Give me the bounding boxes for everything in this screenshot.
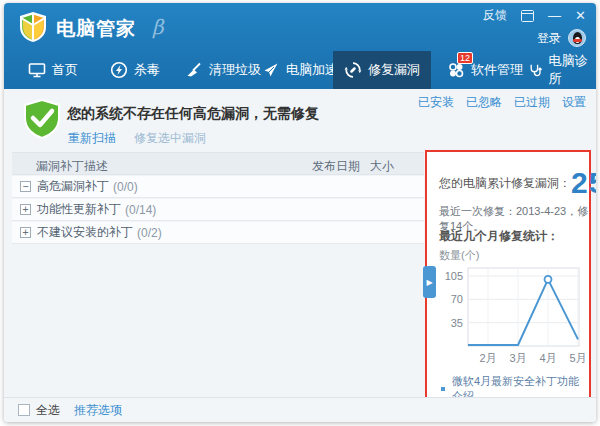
row-label: 高危漏洞补丁 xyxy=(37,178,109,195)
tab-fix-vulnerabilities[interactable]: 修复漏洞 xyxy=(333,51,431,89)
x-tick-label: 5月 xyxy=(569,352,586,364)
app-logo-shield-icon xyxy=(18,11,48,43)
total-repaired-label: 您的电脑累计修复漏洞： xyxy=(439,176,571,190)
table-row-critical-patches[interactable]: − 高危漏洞补丁 (0/0) xyxy=(12,176,424,198)
broom-icon xyxy=(185,61,203,79)
antivirus-bolt-icon xyxy=(110,61,128,79)
stats-title: 最近几个月修复统计： xyxy=(439,228,559,245)
footer-bar: 全选 推荐选项 xyxy=(4,397,596,422)
expand-icon[interactable]: + xyxy=(20,204,31,215)
expand-icon[interactable]: + xyxy=(20,227,31,238)
tab-pc-clinic[interactable]: 电脑诊所 xyxy=(522,51,596,89)
expired-link[interactable]: 已过期 xyxy=(514,94,550,111)
settings-link[interactable]: 设置 xyxy=(562,94,586,111)
qq-avatar[interactable] xyxy=(568,29,586,47)
x-tick-label: 4月 xyxy=(539,352,556,364)
tab-label: 首页 xyxy=(52,61,78,79)
stethoscope-icon xyxy=(528,61,542,79)
tab-label: 电脑加速 xyxy=(286,61,338,79)
table-row-feature-patches[interactable]: + 功能性更新补丁 (0/14) xyxy=(12,199,424,221)
col-release-date: 发布日期 xyxy=(312,158,360,175)
peak-marker xyxy=(545,276,552,283)
y-tick-label: 35 xyxy=(451,317,463,329)
safe-status-shield-icon xyxy=(23,99,61,139)
row-count: (0/2) xyxy=(137,226,162,240)
tab-label: 清理垃圾 xyxy=(209,61,261,79)
select-all-checkbox[interactable] xyxy=(18,404,30,416)
tab-home[interactable]: 首页 xyxy=(22,51,84,89)
x-tick-label: 3月 xyxy=(509,352,526,364)
pc-manager-window: 电脑管家 β 反馈 — ✕ 登录 首页 xyxy=(4,3,596,422)
bullet-icon xyxy=(441,387,445,391)
chevron-right-icon: ▶ xyxy=(426,278,432,287)
x-tick-label: 2月 xyxy=(479,352,496,364)
recommended-options-link[interactable]: 推荐选项 xyxy=(74,402,122,419)
rescan-link[interactable]: 重新扫描 xyxy=(68,130,116,147)
content-area: 您的系统不存在任何高危漏洞，无需修复 重新扫描 修复选中漏洞 漏洞补丁描述 发布… xyxy=(4,89,596,397)
y-tick-label: 70 xyxy=(451,293,463,305)
tab-speedup[interactable]: 电脑加速 xyxy=(256,51,344,89)
skin-icon[interactable] xyxy=(521,10,534,22)
table-row-not-recommended-patches[interactable]: + 不建议安装的补丁 (0/2) xyxy=(12,222,424,244)
app-title: 电脑管家 xyxy=(56,16,136,42)
row-label: 不建议安装的补丁 xyxy=(37,224,133,241)
fix-refresh-icon xyxy=(344,61,362,79)
beta-mark: β xyxy=(152,15,164,39)
tab-label: 修复漏洞 xyxy=(368,61,420,79)
tab-software-manager[interactable]: 12 软件管理 xyxy=(441,51,529,89)
y-tick-label: 105 xyxy=(445,270,463,282)
row-count: (0/0) xyxy=(113,180,138,194)
tab-label: 杀毒 xyxy=(134,61,160,79)
rocket-icon xyxy=(262,61,280,79)
tab-label: 软件管理 xyxy=(471,61,523,79)
patch-table-header: 漏洞补丁描述 发布日期 大小 xyxy=(12,152,424,175)
col-description: 漏洞补丁描述 xyxy=(36,158,108,175)
installed-link[interactable]: 已安装 xyxy=(418,94,454,111)
ignored-link[interactable]: 已忽略 xyxy=(466,94,502,111)
panel-collapse-handle[interactable]: ▶ xyxy=(423,266,436,298)
panel-links: 已安装 已忽略 已过期 设置 xyxy=(418,94,586,111)
col-size: 大小 xyxy=(370,158,394,175)
row-label: 功能性更新补丁 xyxy=(37,201,121,218)
main-nav: 首页 杀毒 清理垃圾 电脑加速 xyxy=(4,51,596,89)
tab-clean-junk[interactable]: 清理垃圾 xyxy=(179,51,267,89)
minimize-button[interactable]: — xyxy=(548,9,561,22)
titlebar: 电脑管家 β 反馈 — ✕ 登录 xyxy=(4,3,596,51)
tab-antivirus[interactable]: 杀毒 xyxy=(104,51,166,89)
row-count: (0/14) xyxy=(125,203,156,217)
collapse-icon[interactable]: − xyxy=(20,181,31,192)
software-update-badge: 12 xyxy=(457,52,473,64)
monitor-icon xyxy=(28,61,46,79)
total-repaired-value: 253 xyxy=(571,166,596,199)
fix-selected-link[interactable]: 修复选中漏洞 xyxy=(134,130,206,147)
login-link[interactable]: 登录 xyxy=(537,30,561,47)
feedback-link[interactable]: 反馈 xyxy=(483,7,507,24)
tab-label: 电脑诊所 xyxy=(548,52,590,88)
repair-stats-panel: 您的电脑累计修复漏洞：253 最近一次修复：2013-4-23，修复14个。 最… xyxy=(425,150,591,414)
close-button[interactable]: ✕ xyxy=(575,9,586,22)
status-message: 您的系统不存在任何高危漏洞，无需修复 xyxy=(67,105,319,123)
select-all-label[interactable]: 全选 xyxy=(36,402,60,419)
repair-stats-chart: 35701052月3月4月5月 xyxy=(431,260,589,368)
